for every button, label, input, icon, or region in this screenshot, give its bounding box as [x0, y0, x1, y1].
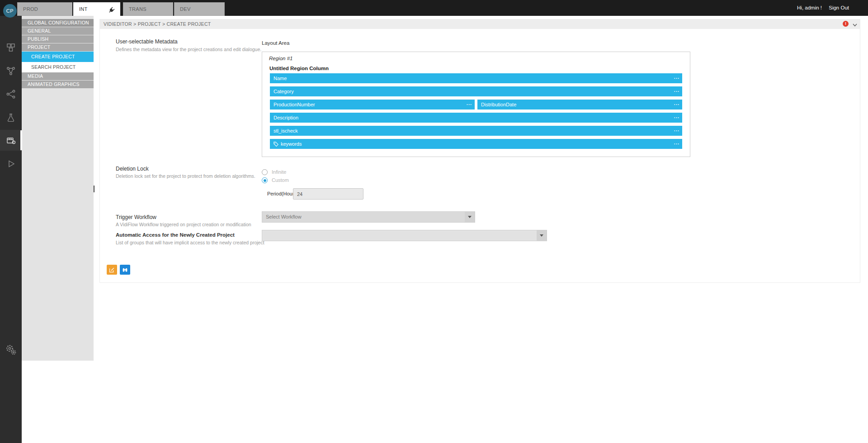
workflow-button[interactable]	[0, 61, 22, 81]
plug-icon	[108, 5, 117, 14]
breadcrumb-bar: VIDIEDITOR > PROJECT > CREATE PROJECT !	[99, 19, 860, 29]
infinite-radio-label: Infinite	[272, 169, 286, 175]
top-bar: PROD INT TRANS DEV Hi, admin ! Sign Out	[0, 0, 868, 16]
metadata-field-description[interactable]: Description ...	[270, 113, 682, 123]
workflow-select-arrow[interactable]	[465, 212, 475, 222]
binoculars-icon	[122, 267, 128, 273]
create-project-form: User-selectable Metadata Defines the met…	[99, 29, 860, 283]
env-tab-dev[interactable]: DEV	[174, 2, 225, 16]
field-label: Name	[274, 73, 287, 83]
preview-button[interactable]	[120, 265, 130, 275]
lab-button[interactable]	[0, 107, 22, 128]
env-tab-trans[interactable]: TRANS	[123, 2, 173, 16]
env-tab-prod[interactable]: PROD	[17, 2, 72, 16]
infinite-radio[interactable]	[262, 169, 268, 175]
metadata-section-title: User-selectable Metadata	[116, 38, 178, 45]
player-button[interactable]	[0, 153, 22, 174]
field-label: DistributionDate	[481, 100, 516, 110]
sidebar-item-search-project[interactable]: SEARCH PROJECT	[22, 62, 94, 72]
integration-icon	[6, 89, 16, 99]
editor-icon	[6, 135, 16, 145]
sidebar-item-publish[interactable]: PUBLISH	[22, 35, 94, 43]
sidebar-item-animated-graphics[interactable]: ANIMATED GRAPHICS	[22, 81, 94, 88]
layout-area-label: Layout Area	[262, 40, 289, 46]
access-groups-select-arrow[interactable]	[537, 230, 547, 241]
gears-icon	[5, 344, 17, 356]
workflow-select[interactable]: Select Workflow	[262, 211, 475, 223]
metadata-field-distribution-date[interactable]: DistributionDate ...	[477, 100, 682, 110]
sidebar-item-global-configuration[interactable]: GLOBAL CONFIGURATION	[22, 19, 94, 27]
field-label: stl_ischeck	[274, 126, 298, 136]
chevron-down-icon[interactable]	[853, 22, 857, 28]
product-icon-rail	[0, 16, 22, 443]
field-options-button[interactable]: ...	[674, 72, 679, 82]
deletion-lock-description: Deletion lock set for the project to pro…	[116, 173, 255, 179]
metadata-field-stl-ischeck[interactable]: stl_ischeck ...	[270, 126, 682, 136]
user-greeting: Hi, admin !	[797, 0, 822, 16]
sidebar-item-media[interactable]: MEDIA	[22, 72, 94, 80]
field-options-button[interactable]: ...	[674, 98, 679, 108]
error-badge[interactable]: !	[843, 21, 849, 27]
period-hours-input[interactable]	[293, 188, 363, 200]
env-tab-int-label: INT	[79, 6, 88, 12]
edit-button[interactable]	[107, 265, 117, 275]
region-column-title: Untitled Region Column	[269, 66, 329, 71]
region-title: Region #1	[269, 56, 292, 61]
pencil-icon	[109, 267, 115, 273]
sidebar-item-create-project[interactable]: CREATE PROJECT	[22, 52, 94, 62]
workflow-icon	[6, 66, 16, 76]
field-label: keywords	[281, 139, 302, 149]
modules-icon	[6, 43, 16, 52]
config-sidebar: GLOBAL CONFIGURATION GENERAL PUBLISH PRO…	[22, 16, 94, 361]
custom-radio[interactable]	[262, 177, 268, 183]
integration-button[interactable]	[0, 84, 22, 105]
metadata-field-keywords[interactable]: keywords ...	[270, 139, 682, 149]
breadcrumb: VIDIEDITOR > PROJECT > CREATE PROJECT	[99, 19, 860, 29]
access-groups-select[interactable]	[262, 230, 547, 241]
editor-button-active[interactable]	[0, 130, 22, 151]
metadata-field-list: Name ... Category ... ProductionNumber .…	[270, 73, 682, 152]
field-label: Category	[274, 86, 294, 96]
field-options-button[interactable]: ...	[674, 138, 679, 148]
trigger-workflow-title: Trigger Workflow	[116, 214, 156, 220]
field-options-button[interactable]: ...	[674, 124, 679, 134]
field-options-button[interactable]: ...	[674, 111, 679, 121]
custom-radio-label: Custom	[272, 177, 289, 183]
caret-down-icon	[540, 234, 543, 237]
play-icon	[6, 159, 16, 169]
sidebar-item-project[interactable]: PROJECT	[22, 43, 94, 51]
env-tab-int[interactable]: INT	[73, 2, 120, 16]
sign-out-link[interactable]: Sign Out	[829, 0, 849, 16]
metadata-section-description: Defines the metadata view for the projec…	[116, 47, 261, 52]
deletion-lock-title: Deletion Lock	[116, 166, 149, 172]
auto-access-description: List of groups that will have implicit a…	[116, 240, 264, 245]
workflow-select-value: Select Workflow	[262, 212, 475, 222]
auto-access-title: Automatic Access for the Newly Created P…	[116, 232, 235, 238]
field-options-button[interactable]: ...	[674, 85, 679, 95]
field-options-button[interactable]: ...	[467, 98, 472, 108]
tag-icon	[274, 142, 278, 147]
layout-region: Region #1 Untitled Region Column Name ..…	[262, 52, 690, 157]
metadata-field-name[interactable]: Name ...	[270, 73, 682, 83]
metadata-field-category[interactable]: Category ...	[270, 86, 682, 96]
trigger-workflow-description: A VidiFlow Workflow triggered on project…	[116, 222, 251, 227]
field-label: ProductionNumber	[274, 100, 315, 110]
sidebar-item-general[interactable]: GENERAL	[22, 27, 94, 35]
caret-down-icon	[468, 216, 472, 218]
flask-icon	[6, 113, 16, 123]
field-label: Description	[274, 113, 298, 123]
metadata-field-production-number[interactable]: ProductionNumber ...	[270, 100, 475, 110]
modules-button[interactable]	[0, 37, 22, 58]
settings-button[interactable]	[0, 339, 22, 360]
avatar: CP	[3, 4, 17, 18]
sidebar-resize-handle[interactable]	[94, 186, 94, 192]
